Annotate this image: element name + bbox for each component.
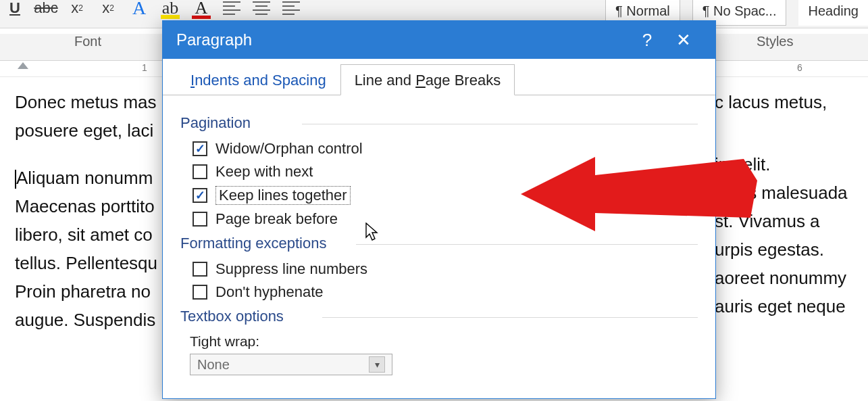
doc-text: ing elit. <box>715 150 863 179</box>
align-center-icon[interactable] <box>253 1 270 15</box>
highlight-icon[interactable]: ab <box>161 0 180 18</box>
doc-text: Aliquam nonumm <box>16 168 153 188</box>
doc-text: ectus malesuada <box>715 179 863 207</box>
subscript-icon[interactable]: x2 <box>68 0 86 18</box>
dialog-titlebar[interactable]: Paragraph ? ✕ <box>163 21 715 59</box>
doc-text: Proin pharetra no <box>15 281 151 302</box>
checkbox-keep-lines-together[interactable]: Keep lines together <box>193 186 698 205</box>
doc-text: urpis egestas. <box>715 235 863 264</box>
group-styles-label: Styles <box>757 34 793 49</box>
align-right-icon[interactable] <box>282 1 300 15</box>
paragraph-dialog: Paragraph ? ✕ Indents and Spacing Line a… <box>162 20 716 399</box>
dialog-tabs: Indents and Spacing Line and Page Breaks <box>163 59 715 95</box>
underline-icon[interactable]: U <box>5 0 24 18</box>
doc-text: augue. Suspendis <box>15 310 155 330</box>
tight-wrap-label: Tight wrap: <box>190 333 698 350</box>
checkbox-keep-with-next[interactable]: Keep with next <box>193 163 698 181</box>
tab-indents-spacing[interactable]: Indents and Spacing <box>176 64 340 95</box>
style-heading[interactable]: Heading <box>798 0 868 26</box>
checkbox-icon[interactable] <box>193 212 207 227</box>
section-pagination: Pagination <box>180 114 698 132</box>
ruler-mark: 1 <box>142 62 147 73</box>
doc-text: Donec metus mas <box>15 92 157 112</box>
checkbox-dont-hyphenate[interactable]: Don't hyphenate <box>193 283 698 301</box>
strikethrough-icon[interactable]: abc <box>36 0 55 18</box>
section-textbox-options: Textbox options <box>180 308 698 325</box>
help-button[interactable]: ? <box>629 30 665 51</box>
doc-text: tellus. Pellentesqu <box>15 253 157 273</box>
close-button[interactable]: ✕ <box>665 30 702 51</box>
tab-line-page-breaks[interactable]: Line and Page Breaks <box>340 64 515 95</box>
checkbox-icon[interactable] <box>193 164 207 179</box>
text-effects-icon[interactable]: A <box>130 0 149 18</box>
align-left-icon[interactable] <box>223 1 240 15</box>
document-body-right: c lacus metus, ing elit. ectus malesuada… <box>715 88 863 321</box>
checkbox-widow-orphan[interactable]: Widow/Orphan control <box>193 140 698 158</box>
doc-text: auris eget neque <box>715 292 863 321</box>
indent-marker-icon[interactable] <box>18 62 28 69</box>
section-formatting-exceptions: Formatting exceptions <box>180 235 698 252</box>
doc-text: libero, sit amet co <box>15 225 153 245</box>
tight-wrap-combo[interactable]: None ▾ <box>190 354 392 375</box>
checkbox-icon[interactable] <box>193 141 207 156</box>
dialog-content: Pagination Widow/Orphan control Keep wit… <box>163 95 715 387</box>
checkbox-icon[interactable] <box>193 188 207 203</box>
ruler-mark: 6 <box>797 62 802 73</box>
doc-text: Maecenas porttito <box>15 196 155 216</box>
doc-text: c lacus metus, <box>715 88 863 116</box>
doc-text: aoreet nonummy <box>715 264 863 292</box>
dialog-title: Paragraph <box>176 30 629 49</box>
doc-text: posuere eget, laci <box>15 120 153 141</box>
tight-wrap-value: None <box>197 357 230 373</box>
checkbox-icon[interactable] <box>193 262 207 277</box>
checkbox-icon[interactable] <box>193 285 207 300</box>
group-font-label: Font <box>74 34 101 49</box>
font-color-icon[interactable]: A <box>192 0 211 18</box>
chevron-down-icon[interactable]: ▾ <box>369 356 385 373</box>
superscript-icon[interactable]: x2 <box>99 0 118 18</box>
checkbox-suppress-line-numbers[interactable]: Suppress line numbers <box>193 260 698 278</box>
checkbox-page-break-before[interactable]: Page break before <box>193 210 698 228</box>
doc-text: st. Vivamus a <box>715 207 863 235</box>
